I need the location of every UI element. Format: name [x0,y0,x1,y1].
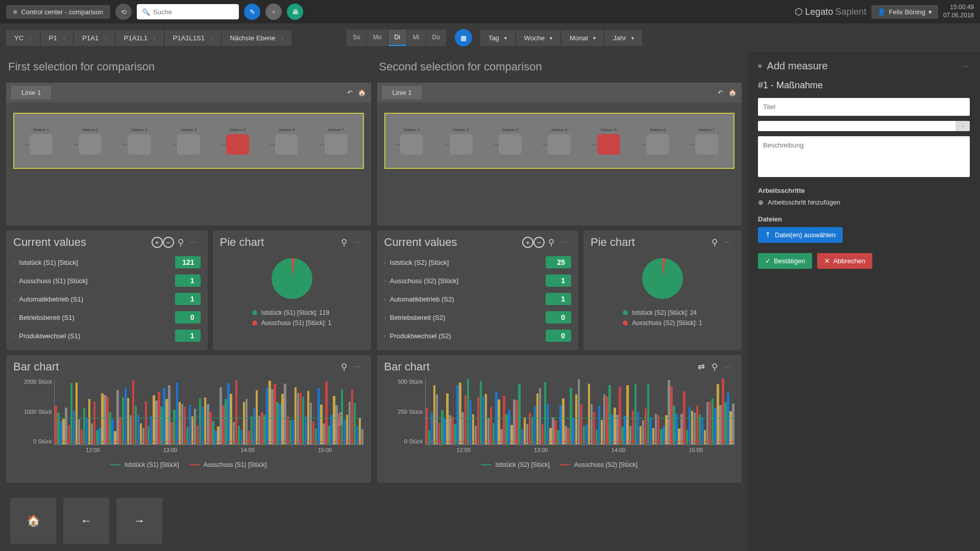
day-tab[interactable]: Mi [407,30,426,46]
station-node[interactable] [275,134,298,155]
day-tabs: SoMoDiMiDo [347,30,447,46]
calendar-button[interactable]: ▦ [455,29,472,46]
value-row[interactable]: ›Produktwechsel (S2)0 [384,327,572,345]
more-icon[interactable]: ⋯ [721,236,734,249]
legend-item: Iststück (S1) [Stück]: 119 [252,309,331,316]
value-row[interactable]: ›Ausschuss (S2) [Stück]1 [384,271,572,290]
more-icon[interactable]: ⋯ [351,236,364,249]
line-tab[interactable]: Linie 1 [11,86,51,99]
day-tab[interactable]: Do [426,30,447,46]
value-row[interactable]: ›Betriebsbereit (S1)0 [13,308,201,327]
files-label: Dateien [758,215,970,223]
breadcrumb-item[interactable]: Nächste Ebene› [222,30,292,46]
minus-icon[interactable]: − [533,237,545,248]
nav-home-button[interactable]: 🏠 [10,498,56,544]
station-node[interactable] [450,134,473,155]
page-title: Control center - comparison [21,8,103,16]
value-row[interactable]: ›Betriebsbereit (S2)0 [384,308,572,327]
day-tab[interactable]: So [347,30,367,46]
steps-label: Arbeitsschritte [758,187,970,194]
line-diagram[interactable]: Station 1Station 2Station 3Station 4Stat… [384,113,735,169]
station-node[interactable] [325,134,348,155]
period-item[interactable]: Jahr▾ [605,30,642,46]
value-row[interactable]: ›Iststück (S1) [Stück]121 [13,253,201,271]
search-input[interactable] [153,8,234,16]
breadcrumb-item[interactable]: YC› [6,30,40,46]
station-node[interactable] [646,134,669,155]
page-title-chip[interactable]: ≡ Control center - comparison [6,5,110,19]
more-icon[interactable]: ⋯ [721,360,734,373]
user-menu[interactable]: 👤 Felix Böning ▾ [871,5,938,19]
side-panel: ≡ Add measure ⋯ #1 - Maßnahme ▾ Arbeitss… [748,52,980,551]
home-icon[interactable]: 🏠 [358,89,366,96]
arrow-left-icon: ← [81,514,92,528]
check-icon: ✓ [765,257,771,265]
station-node[interactable] [226,134,249,155]
card-title: Bar chart [13,360,337,373]
station-node[interactable] [695,134,718,155]
station-node[interactable] [79,134,102,155]
measure-title-input[interactable] [758,98,970,116]
filter-icon[interactable]: ⚲ [708,236,721,249]
station-node[interactable] [499,134,522,155]
day-tab[interactable]: Di [388,30,407,46]
user-name: Felix Böning [889,8,925,16]
nav-forward-button[interactable]: → [116,498,162,544]
chevron-right-icon: › [384,278,386,284]
more-icon[interactable]: ⋯ [558,236,571,249]
search-box[interactable]: 🔍 [137,4,239,19]
undo-icon[interactable]: ↶ [718,89,723,96]
filter-icon[interactable]: ⚲ [337,236,351,249]
minus-icon[interactable]: − [163,237,174,248]
value-row[interactable]: ›Automatikbetrieb (S2)1 [384,290,572,308]
print-button[interactable]: 🖶 [287,4,303,20]
value-row[interactable]: ›Iststück (S2) [Stück]25 [384,253,572,271]
station-node[interactable] [128,134,151,155]
swap-icon[interactable]: ⇄ [695,360,708,373]
chevron-down-icon[interactable]: ▾ [955,121,970,131]
filter-icon[interactable]: ⚲ [545,236,558,249]
value-row[interactable]: ›Produktwechsel (S1)1 [13,327,201,345]
confirm-button[interactable]: ✓ Bestätigen [758,253,812,269]
value-badge: 1 [546,274,571,287]
period-item[interactable]: Woche▾ [516,30,560,46]
more-icon[interactable]: ⋯ [187,236,201,249]
station-node[interactable] [177,134,200,155]
add-step-button[interactable]: ⊕ Arbeitsschritt hinzufügen [758,198,970,206]
breadcrumb-item[interactable]: P1A1› [74,30,114,46]
period-item[interactable]: Tag▾ [480,30,515,46]
period-item[interactable]: Monat▾ [561,30,604,46]
side-more-icon[interactable]: ⋯ [962,62,970,70]
breadcrumb-item[interactable]: P1› [41,30,74,46]
legend-item: Ausschuss (S2) [Stück] [560,461,638,468]
breadcrumb-item[interactable]: P1A1L1› [116,30,164,46]
more-icon[interactable]: ⋯ [351,360,364,373]
plus-icon[interactable]: + [152,237,163,248]
collapse-icon[interactable]: ≡ [758,62,762,70]
line-diagram[interactable]: Station 1Station 2Station 3Station 4Stat… [13,113,364,169]
station-node[interactable] [400,134,423,155]
choose-files-button[interactable]: ⤒ Datei(en) auswählen [758,227,843,243]
day-tab[interactable]: Mo [367,30,388,46]
undo-icon[interactable]: ↶ [347,89,353,96]
value-row[interactable]: ›Automatikbetrieb (S1)1 [13,290,201,308]
add-button[interactable]: + [265,4,282,20]
edit-button[interactable]: ✎ [244,4,260,20]
filter-icon[interactable]: ⚲ [174,236,187,249]
description-input[interactable] [758,136,970,177]
station-node[interactable] [597,134,620,155]
station-node[interactable] [548,134,571,155]
home-icon[interactable]: 🏠 [728,89,737,96]
filter-icon[interactable]: ⚲ [708,360,721,373]
refresh-button[interactable]: ⟲ [115,4,132,20]
value-row[interactable]: ›Ausschuss (S1) [Stück]1 [13,271,201,290]
station-node[interactable] [30,134,53,155]
plus-icon[interactable]: + [522,237,533,248]
breadcrumb-item[interactable]: P1A1L1S1› [165,30,221,46]
category-select[interactable]: ▾ [758,121,970,131]
cancel-button[interactable]: ✕ Abbrechen [817,253,872,269]
nav-back-button[interactable]: ← [63,498,109,544]
chevron-right-icon: › [13,260,15,265]
line-tab[interactable]: Linie 1 [382,86,422,99]
filter-icon[interactable]: ⚲ [337,360,351,373]
